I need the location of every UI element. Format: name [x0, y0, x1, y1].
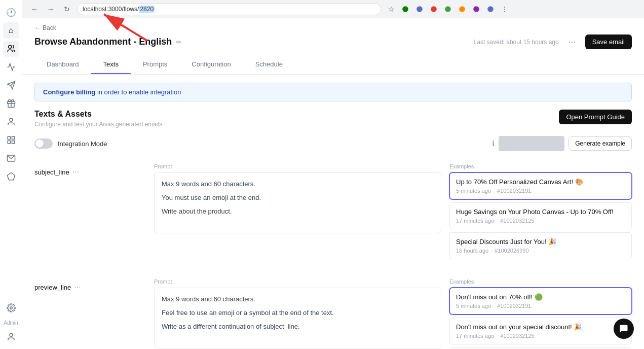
- alert-bold: Configure billing: [43, 88, 95, 96]
- tab-prompts[interactable]: Prompts: [131, 55, 179, 74]
- reload-btn[interactable]: ↻: [61, 3, 73, 15]
- diamond-icon[interactable]: [3, 168, 19, 185]
- integration-right: ℹ Generate example: [492, 136, 632, 151]
- subject-line-prompt-box[interactable]: Max 9 words and 60 characters. You must …: [154, 172, 441, 233]
- svg-point-7: [10, 118, 13, 121]
- tab-dashboard[interactable]: Dashboard: [34, 55, 91, 74]
- star-icon[interactable]: ☆: [385, 3, 397, 15]
- svg-rect-8: [8, 136, 10, 139]
- settings-icon[interactable]: [3, 300, 19, 316]
- send-icon[interactable]: [3, 77, 19, 93]
- preview-example-1-time: 5 minutes ago: [456, 303, 491, 309]
- svg-point-2: [8, 45, 11, 48]
- admin-avatar[interactable]: [3, 329, 19, 345]
- tab-schedule[interactable]: Schedule: [243, 55, 295, 74]
- app-content: ← Back Browse Abandonment - English ✏ La…: [22, 18, 644, 349]
- subject-example-1-id: #1002032191: [497, 188, 531, 194]
- last-saved-text: Last saved: about 15 hours ago: [474, 39, 559, 46]
- header-actions: Last saved: about 15 hours ago ··· Save …: [474, 34, 632, 49]
- generate-example-btn[interactable]: Generate example: [569, 136, 632, 151]
- open-prompt-guide-btn[interactable]: Open Prompt Guide: [559, 110, 632, 124]
- svg-point-21: [473, 6, 479, 12]
- forward-nav-btn[interactable]: →: [45, 3, 57, 15]
- subject-prompt-line-1: Max 9 words and 60 characters.: [162, 179, 434, 190]
- section-header: Texts & Assets Configure and test your A…: [34, 110, 632, 128]
- back-arrow-icon: ←: [34, 24, 41, 31]
- ext5-icon[interactable]: [456, 3, 468, 15]
- save-email-btn[interactable]: Save email: [585, 34, 632, 49]
- preview-line-prompt-col: Prompt Max 9 words and 60 characters. Fe…: [154, 278, 441, 349]
- integration-mode-label: Integration Mode: [58, 140, 107, 148]
- preview-line-label-text: preview_line: [34, 284, 71, 291]
- svg-point-17: [416, 6, 423, 12]
- preview-example-2-meta: 17 minutes ago #1002032125: [456, 333, 625, 339]
- section-title: Texts & Assets: [34, 110, 162, 119]
- back-nav-btn[interactable]: ←: [28, 3, 41, 15]
- svg-point-19: [445, 6, 451, 12]
- gift-icon[interactable]: [3, 95, 19, 112]
- blocks-icon[interactable]: [3, 132, 19, 148]
- tabs: Dashboard Texts Prompts Configuration Sc…: [34, 55, 632, 74]
- users-icon[interactable]: [3, 41, 19, 57]
- svg-rect-9: [12, 136, 14, 139]
- subject-example-1[interactable]: Up to 70% Off Personalized Canvas Art! 🎨…: [449, 172, 632, 199]
- svg-point-14: [10, 307, 12, 309]
- subject-line-section: subject_line ··· Prompt Max 9 words and …: [34, 163, 632, 262]
- alert-banner: Configure billing in order to enable int…: [34, 83, 632, 101]
- back-link[interactable]: ← Back: [34, 24, 56, 31]
- subject-example-2-time: 17 minutes ago: [456, 218, 494, 224]
- ext4-icon[interactable]: [442, 3, 454, 15]
- admin-label: Admin: [4, 318, 18, 327]
- subject-prompt-line-2: You must use an emoji at the end.: [162, 193, 434, 203]
- chat-widget[interactable]: [614, 319, 634, 339]
- browser-bar: ← → ↻ localhost:3000/flows/2820 ☆: [22, 0, 644, 18]
- subject-example-3-id: #1002026990: [495, 248, 528, 254]
- section-title-area: Texts & Assets Configure and test your A…: [34, 110, 162, 128]
- subject-example-3-time: 16 hours ago: [456, 248, 488, 254]
- address-bar[interactable]: localhost:3000/flows/2820: [77, 3, 381, 15]
- preview-prompt-line-3: Write as a different continuation of sub…: [162, 322, 434, 332]
- subject-example-1-meta: 5 minutes ago #1002032191: [456, 188, 625, 194]
- email-icon[interactable]: [3, 150, 19, 166]
- tab-configuration[interactable]: Configuration: [179, 55, 243, 74]
- history-icon[interactable]: 🕐: [3, 4, 19, 20]
- subject-example-3-meta: 16 hours ago #1002026990: [456, 248, 625, 254]
- preview-example-1-title: Don't miss out on 70% off! 🟢: [456, 293, 625, 301]
- app-header: ← Back Browse Abandonment - English ✏ La…: [22, 18, 644, 75]
- generate-input[interactable]: [499, 136, 564, 151]
- preview-prompt-line-2: Feel free to use an emoji or a symbol at…: [162, 308, 434, 319]
- person-icon[interactable]: [3, 114, 19, 130]
- subject-line-label: subject_line ···: [34, 167, 146, 177]
- svg-rect-11: [12, 141, 14, 144]
- preview-line-label: preview_line ···: [34, 283, 146, 292]
- ext6-icon[interactable]: [470, 3, 482, 15]
- more-options-btn[interactable]: ···: [565, 35, 579, 49]
- chart-icon[interactable]: [3, 59, 19, 75]
- ext2-icon[interactable]: [413, 3, 426, 15]
- profile-icon[interactable]: [484, 3, 497, 15]
- integration-mode-toggle[interactable]: [34, 138, 53, 149]
- preview-example-2[interactable]: Don't miss out on your special discount!…: [449, 318, 632, 344]
- home-icon[interactable]: ⌂: [3, 22, 19, 39]
- preview-line-label-col: preview_line ···: [34, 278, 146, 349]
- section-subtitle: Configure and test your Aivas generated …: [34, 121, 162, 128]
- subject-example-3[interactable]: Special Discounts Just for You! 🎉 16 hou…: [449, 232, 632, 259]
- preview-example-1[interactable]: Don't miss out on 70% off! 🟢 5 minutes a…: [449, 288, 632, 315]
- edit-icon[interactable]: ✏: [176, 38, 182, 46]
- toggle-knob: [35, 139, 44, 148]
- subject-line-more-icon[interactable]: ···: [72, 167, 79, 177]
- ext3-icon[interactable]: [428, 3, 440, 15]
- info-icon[interactable]: ℹ: [492, 139, 495, 148]
- subject-example-2-meta: 17 minutes ago #1002032125: [456, 218, 625, 224]
- svg-point-15: [10, 333, 13, 336]
- subject-prompt-line-3: Write about the product.: [162, 206, 434, 217]
- more-browser-icon[interactable]: ⋮: [499, 3, 511, 15]
- svg-point-16: [402, 6, 408, 12]
- subject-example-2[interactable]: Huge Savings on Your Photo Canvas - Up t…: [449, 202, 632, 229]
- preview-line-prompt-box[interactable]: Max 9 words and 60 characters. Feel free…: [154, 288, 441, 348]
- integration-mode-row: Integration Mode ℹ Generate example: [34, 136, 632, 151]
- ext1-icon[interactable]: [399, 3, 411, 15]
- preview-example-2-id: #1002032125: [500, 333, 534, 339]
- tab-texts[interactable]: Texts: [91, 55, 131, 74]
- preview-line-more-icon[interactable]: ···: [74, 283, 81, 292]
